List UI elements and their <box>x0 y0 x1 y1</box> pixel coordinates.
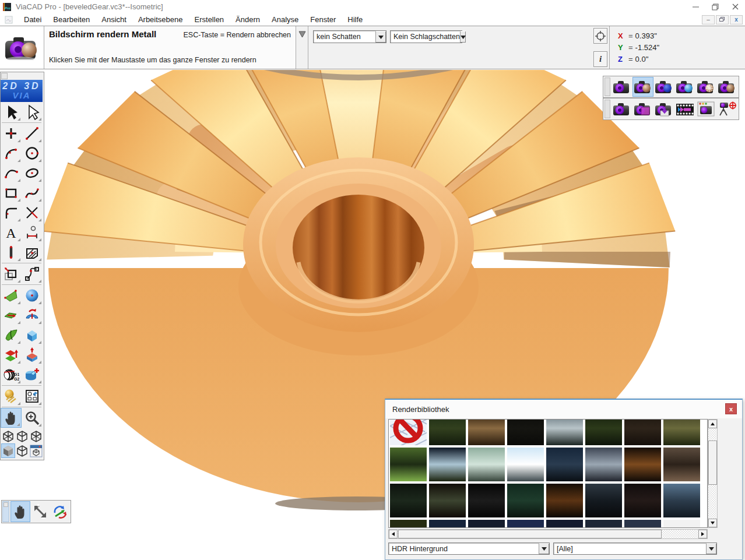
thumbnail-hdr-hills-dark[interactable] <box>585 419 622 445</box>
thumbnail-hdr-cellar[interactable] <box>390 484 427 517</box>
trim-tool[interactable] <box>22 203 43 223</box>
thumbnail-hdr-hall[interactable] <box>585 448 622 481</box>
transform-tool[interactable] <box>1 264 22 284</box>
dialog-close-button[interactable]: x <box>725 403 737 414</box>
thumbnail-hdr-none[interactable] <box>390 419 427 445</box>
extrude-tool[interactable] <box>22 345 43 365</box>
ellipse-tool[interactable] <box>22 163 43 183</box>
render-camera-box[interactable] <box>0 26 44 69</box>
menu-item-analyse[interactable]: Analyse <box>266 15 304 24</box>
view-axon-wire-tool[interactable] <box>1 429 15 443</box>
thumbnail-hdr-gallery[interactable] <box>663 448 700 481</box>
mesh-surface-tool[interactable] <box>1 286 22 305</box>
close-button[interactable] <box>725 0 745 13</box>
palette-grip[interactable] <box>1 73 8 79</box>
menu-item-ndern[interactable]: Ändern <box>230 15 266 24</box>
vertical-scroll-thumb[interactable] <box>708 441 717 485</box>
thumbnail-hdr-blinds[interactable] <box>624 484 661 517</box>
thumbnail-hdr-studio-bright[interactable] <box>507 448 544 481</box>
dialog-title-bar[interactable]: Renderbibliothek <box>385 400 742 418</box>
palette-grip[interactable] <box>2 501 9 522</box>
scroll-left-button[interactable] <box>389 530 398 538</box>
render-screen-camera[interactable] <box>612 99 632 119</box>
view-wire-tool[interactable] <box>15 429 29 443</box>
select-tool[interactable] <box>1 102 22 122</box>
rectangle-tool[interactable] <box>1 183 22 203</box>
library-filter-select[interactable]: [Alle] <box>553 543 717 555</box>
thumbnail-hdr-night-glow[interactable] <box>429 448 466 481</box>
line-tool[interactable] <box>22 124 43 143</box>
target-point-button[interactable] <box>593 28 607 44</box>
thumbnail-hdr-night-dark[interactable] <box>507 419 544 445</box>
mdi-restore-button[interactable] <box>716 15 729 24</box>
mdi-close-button[interactable]: x <box>730 15 743 24</box>
restore-button[interactable] <box>705 0 725 13</box>
horizontal-scrollbar[interactable] <box>388 529 708 539</box>
render-camera[interactable] <box>612 77 632 97</box>
boolean-tool[interactable] <box>22 365 43 385</box>
edit-points-tool[interactable] <box>22 264 43 284</box>
thumbnail-hdr-row4-2[interactable] <box>429 520 466 528</box>
menu-item-ansicht[interactable]: Ansicht <box>96 15 132 24</box>
pan-tool[interactable] <box>10 501 30 522</box>
thumbnail-hdr-row4-1[interactable] <box>390 520 427 528</box>
circle-tool[interactable] <box>22 143 43 163</box>
text-tool[interactable]: A <box>1 223 22 242</box>
render-darkblue-camera[interactable] <box>653 77 674 97</box>
thumbnail-hdr-grotto[interactable] <box>507 484 544 517</box>
view-axon2-tool[interactable] <box>29 429 43 443</box>
mdi-minimize-button[interactable]: – <box>702 15 715 24</box>
render-skyblue-camera[interactable] <box>674 77 695 97</box>
select-alt-tool[interactable] <box>22 102 43 122</box>
thumbnail-hdr-row4-4[interactable] <box>507 520 544 528</box>
view-unshaded-tool[interactable] <box>15 443 29 458</box>
menu-item-hilfe[interactable]: Hilfe <box>342 15 368 24</box>
continuity-tool[interactable]: G1G2 <box>1 365 22 385</box>
thumbnail-hdr-trail[interactable] <box>663 419 700 445</box>
cube-tool[interactable] <box>22 325 43 345</box>
dropshadow-select[interactable]: Kein Schlagschatten <box>390 30 462 43</box>
pan-tool[interactable] <box>1 408 22 428</box>
zoom-tool[interactable] <box>22 408 43 428</box>
shadow-select[interactable]: kein Schatten <box>313 30 386 43</box>
thumbnail-hdr-row4-8[interactable] <box>663 520 700 528</box>
palette-grip[interactable] <box>605 100 610 118</box>
dimension-tool[interactable] <box>22 223 43 242</box>
point-tool[interactable] <box>1 124 22 143</box>
thumbnail-hdr-meadow[interactable] <box>390 448 427 481</box>
vertical-scrollbar[interactable] <box>708 419 718 528</box>
thumbnail-hdr-row4-5[interactable] <box>546 520 583 528</box>
menu-item-bearbeiten[interactable]: Bearbeiten <box>47 15 96 24</box>
scroll-right-button[interactable] <box>698 530 707 538</box>
thumbnail-hdr-fireside[interactable] <box>624 448 661 481</box>
plane-arrow-tool[interactable] <box>1 305 22 325</box>
thumbnail-hdr-interior-dark[interactable] <box>624 419 661 445</box>
render-area-camera[interactable] <box>632 99 653 119</box>
curve-tool[interactable] <box>1 163 22 183</box>
info-button[interactable]: i <box>593 51 607 67</box>
fillet-tool[interactable] <box>1 203 22 223</box>
thumbnail-hdr-row4-3[interactable] <box>468 520 505 528</box>
orbit-rotate-tool[interactable] <box>50 501 70 522</box>
layer-stack-tool[interactable] <box>1 345 22 365</box>
view-shaded-tool[interactable] <box>1 443 15 458</box>
thumbnail-hdr-forest-dark[interactable] <box>429 419 466 445</box>
render-tripod-camera[interactable] <box>716 99 737 119</box>
spline-tool[interactable] <box>22 183 43 203</box>
render-bronze-camera[interactable] <box>716 77 737 97</box>
menu-item-arbeitsebene[interactable]: Arbeitsebene <box>132 15 189 24</box>
material-grid-tool[interactable] <box>22 386 43 406</box>
thumbnail-hdr-archway[interactable] <box>663 484 700 517</box>
thumbnail-hdr-falls-night[interactable] <box>585 484 622 517</box>
minimize-button[interactable] <box>686 0 705 13</box>
render-animation-filmstrip[interactable] <box>674 99 695 119</box>
thick-line-tool[interactable] <box>1 242 22 262</box>
sphere-tool[interactable] <box>22 286 43 305</box>
hatch-tool[interactable] <box>22 242 43 262</box>
palette-grip[interactable] <box>605 78 610 96</box>
render-sphere-tool[interactable] <box>1 386 22 406</box>
menu-item-fenster[interactable]: Fenster <box>304 15 342 24</box>
render-sparkle-camera[interactable] <box>695 77 716 97</box>
render-metal-camera[interactable] <box>632 77 653 97</box>
scroll-down-button[interactable] <box>708 519 717 527</box>
